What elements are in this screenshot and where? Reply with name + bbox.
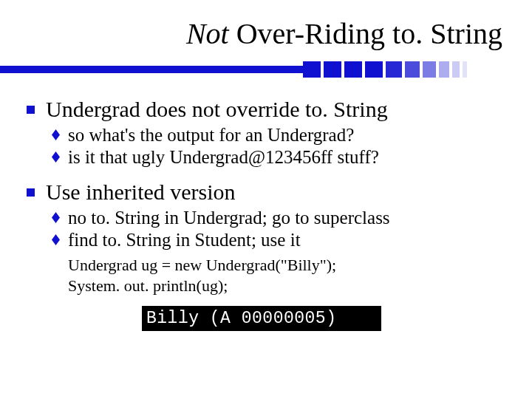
stripe-box [405, 61, 420, 78]
stripe-box [365, 61, 383, 78]
stripe-box [303, 61, 321, 78]
code-line: System. out. println(ug); [68, 276, 502, 296]
bullet-main: Undergrad does not override to. String [46, 97, 502, 122]
stripe-box [463, 61, 467, 78]
slide-content: Undergrad does not override to. String s… [0, 78, 532, 331]
code-line: Undergrad ug = new Undergrad("Billy"); [68, 255, 502, 276]
stripe-box [386, 61, 402, 78]
title-italic: Not [186, 17, 229, 50]
stripe-box [324, 61, 341, 78]
decorative-stripe [0, 61, 532, 78]
stripe-box [423, 61, 436, 78]
bullet-sub: is it that ugly Undergrad@123456ff stuff… [68, 147, 502, 168]
slide-title: Not Over-Riding to. String [0, 0, 532, 57]
console-output: Billy (A 00000005) [142, 306, 381, 331]
stripe-box [439, 61, 449, 78]
stripe-bar [0, 66, 303, 73]
code-block: Undergrad ug = new Undergrad("Billy"); S… [68, 255, 502, 296]
stripe-box [452, 61, 460, 78]
stripe-boxes [303, 61, 467, 78]
bullet-main: Use inherited version [46, 180, 502, 205]
stripe-box [344, 61, 362, 78]
bullet-sub: no to. String in Undergrad; go to superc… [68, 208, 502, 228]
title-rest: Over-Riding to. String [229, 17, 502, 50]
bullet-sub: so what's the output for an Undergrad? [68, 125, 502, 146]
bullet-sub: find to. String in Student; use it [68, 230, 502, 250]
